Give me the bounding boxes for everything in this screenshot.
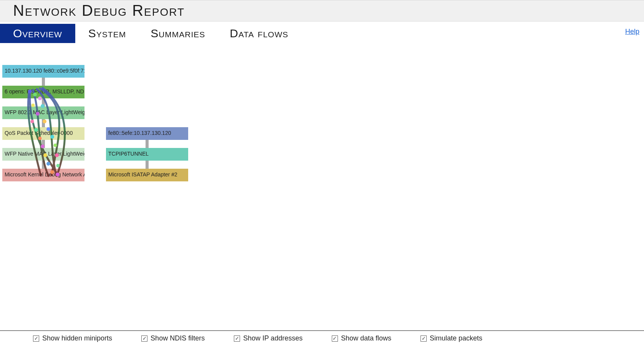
checkbox-label: Show data flows — [341, 334, 391, 342]
block-protocol-opens[interactable]: 6 opens: RSPNDR, MSLLDP, NDISUIO — [2, 86, 84, 98]
tab-bar: Overview System Summaries Data flows — [0, 22, 644, 43]
block-tcpip6-tunnel[interactable]: TCPIP6TUNNEL — [106, 148, 188, 161]
page-title: Network Debug Report — [0, 1, 644, 20]
footer-separator — [0, 330, 644, 331]
checkbox-hidden-miniports[interactable]: ✓ Show hidden miniports — [33, 334, 112, 342]
block-qos-scheduler[interactable]: QoS Packet Scheduler-0000 — [2, 127, 84, 140]
adapter-stack-1: 10.137.130.120 fe80::c0e9:5f0f:71dd:9 6 … — [2, 65, 84, 181]
checkbox-label: Simulate packets — [430, 334, 482, 342]
connector-icon — [146, 161, 149, 169]
block-ip-addresses[interactable]: 10.137.130.120 fe80::c0e9:5f0f:71dd:9 — [2, 65, 84, 78]
tab-summaries[interactable]: Summaries — [139, 24, 217, 43]
checkmark-icon: ✓ — [33, 335, 39, 342]
tab-system[interactable]: System — [77, 24, 137, 43]
title-bar: Network Debug Report — [0, 0, 644, 22]
checkmark-icon: ✓ — [141, 335, 147, 342]
checkbox-data-flows[interactable]: ✓ Show data flows — [332, 334, 391, 342]
tab-overview[interactable]: Overview — [0, 24, 75, 43]
adapter-stack-2: fe80::5efe:10.137.130.120 TCPIP6TUNNEL M… — [106, 127, 188, 181]
checkbox-ndis-filters[interactable]: ✓ Show NDIS filters — [141, 334, 205, 342]
checkbox-simulate-packets[interactable]: ✓ Simulate packets — [421, 334, 482, 342]
checkbox-label: Show NDIS filters — [151, 334, 205, 342]
checkbox-ip-addresses[interactable]: ✓ Show IP addresses — [234, 334, 303, 342]
checkmark-icon: ✓ — [421, 335, 427, 342]
checkmark-icon: ✓ — [332, 335, 338, 342]
diagram-canvas: 10.137.130.120 fe80::c0e9:5f0f:71dd:9 6 … — [0, 43, 644, 332]
connector-icon — [42, 78, 45, 86]
tab-dataflows[interactable]: Data flows — [218, 24, 300, 43]
block-wfp-native-filter[interactable]: WFP Native MAC Layer LightWeight — [2, 148, 84, 161]
help-link[interactable]: Help — [625, 28, 639, 36]
block-kernel-debug-nic[interactable]: Microsoft Kernel Debug Network Ad — [2, 169, 84, 181]
connector-icon — [42, 119, 45, 127]
connector-icon — [146, 140, 149, 148]
footer-toolbar: ✓ Show hidden miniports ✓ Show NDIS filt… — [0, 331, 644, 345]
connector-icon — [42, 161, 45, 169]
block-ip-addresses-isatap[interactable]: fe80::5efe:10.137.130.120 — [106, 127, 188, 140]
checkbox-label: Show hidden miniports — [42, 334, 112, 342]
checkmark-icon: ✓ — [234, 335, 240, 342]
block-isatap-adapter[interactable]: Microsoft ISATAP Adapter #2 — [106, 169, 188, 181]
checkbox-label: Show IP addresses — [243, 334, 303, 342]
connector-icon — [42, 140, 45, 148]
connector-icon — [42, 98, 45, 106]
block-wfp-8023-filter[interactable]: WFP 802.3 MAC Layer LightWeight Fi — [2, 106, 84, 119]
